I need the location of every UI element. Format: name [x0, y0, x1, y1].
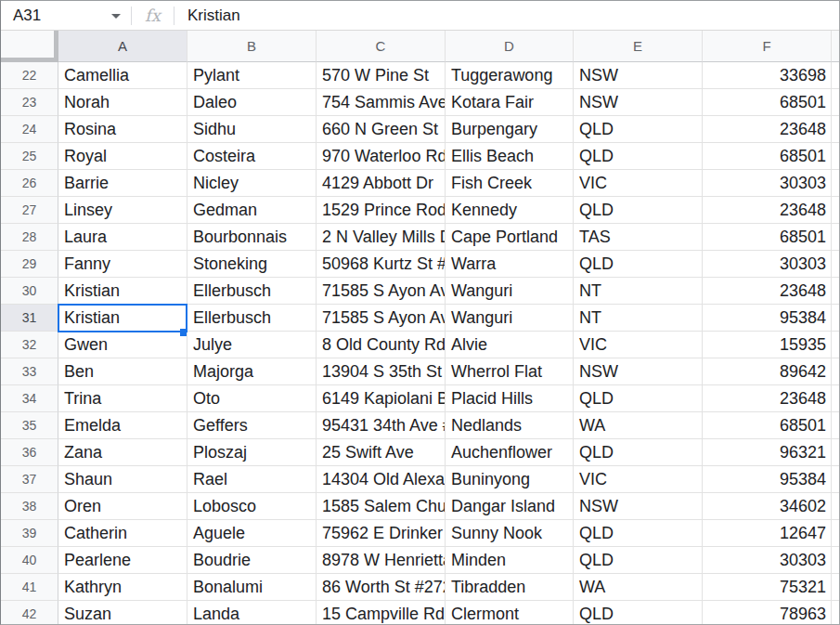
cell[interactable]: 95384	[703, 305, 832, 332]
cell[interactable]: Barrie	[58, 170, 187, 197]
row-header[interactable]: 32	[1, 332, 58, 358]
cell[interactable]: 1529 Prince Rodgers Ave	[317, 197, 446, 224]
cell[interactable]: Tuggerawong	[446, 62, 574, 89]
cell[interactable]: NT	[574, 305, 703, 332]
cell[interactable]	[832, 466, 840, 493]
cell[interactable]: NSW	[574, 358, 703, 385]
cell[interactable]: 78963	[703, 601, 832, 625]
cell[interactable]: Linsey	[58, 197, 187, 224]
cell[interactable]	[832, 116, 840, 143]
cell[interactable]: 660 N Green St	[317, 116, 446, 143]
cell[interactable]: 71585 S Ayon Ave	[317, 305, 446, 332]
cell[interactable]: 23648	[703, 385, 832, 412]
row-header[interactable]: 35	[1, 412, 58, 439]
cell[interactable]	[832, 358, 840, 385]
cell[interactable]: 89642	[703, 358, 832, 385]
cell[interactable]: Aguele	[187, 520, 317, 547]
cell[interactable]: QLD	[574, 197, 703, 224]
cell[interactable]: Cape Portland	[446, 224, 574, 251]
cell[interactable]: Warra	[446, 251, 574, 278]
cell[interactable]: VIC	[574, 170, 703, 197]
cell[interactable]: 30303	[703, 547, 832, 574]
cell[interactable]: Kennedy	[446, 197, 574, 224]
row-header[interactable]: 34	[1, 385, 58, 412]
row-header[interactable]: 24	[1, 116, 58, 143]
cell[interactable]: 25 Swift Ave	[317, 439, 446, 466]
cell[interactable]: TAS	[574, 224, 703, 251]
cell[interactable]: Suzan	[58, 601, 187, 625]
row-header[interactable]: 22	[1, 62, 58, 89]
cell[interactable]: Fish Creek	[446, 170, 574, 197]
cell[interactable]: Tibradden	[446, 574, 574, 601]
cell[interactable]: NSW	[574, 89, 703, 116]
cell[interactable]: Ellerbusch	[187, 305, 317, 332]
cell[interactable]: Lobosco	[187, 493, 317, 520]
column-header-e[interactable]: E	[574, 31, 703, 62]
cell[interactable]: Ellerbusch	[187, 278, 317, 305]
cell[interactable]: 4129 Abbott Dr	[317, 170, 446, 197]
selected-cell[interactable]: Kristian	[58, 305, 187, 332]
cell[interactable]: Pylant	[187, 62, 317, 89]
cell[interactable]: 68501	[703, 412, 832, 439]
cell[interactable]: Oren	[58, 493, 187, 520]
cell[interactable]: Laura	[58, 224, 187, 251]
cell[interactable]	[832, 278, 840, 305]
cell[interactable]: 6149 Kapiolani Blvd	[317, 385, 446, 412]
cell[interactable]: 23648	[703, 197, 832, 224]
fill-handle[interactable]	[180, 329, 187, 336]
cell[interactable]	[832, 547, 840, 574]
cell[interactable]: Boudrie	[187, 547, 317, 574]
cell[interactable]	[832, 170, 840, 197]
row-header[interactable]: 39	[1, 520, 58, 547]
cell[interactable]: 68501	[703, 143, 832, 170]
cell[interactable]: Geffers	[187, 412, 317, 439]
cell[interactable]: Dangar Island	[446, 493, 574, 520]
cell[interactable]: Ellis Beach	[446, 143, 574, 170]
cell[interactable]	[832, 332, 840, 358]
cell[interactable]	[832, 601, 840, 625]
cell[interactable]: 754 Sammis Ave	[317, 89, 446, 116]
cell[interactable]: Gedman	[187, 197, 317, 224]
cell[interactable]: Camellia	[58, 62, 187, 89]
column-header-c[interactable]: C	[317, 31, 446, 62]
cell[interactable]	[832, 305, 840, 332]
row-header[interactable]: 28	[1, 224, 58, 251]
cell[interactable]: Wherrol Flat	[446, 358, 574, 385]
cell[interactable]: Sidhu	[187, 116, 317, 143]
cell[interactable]: 71585 S Ayon Ave	[317, 278, 446, 305]
cell[interactable]: Stoneking	[187, 251, 317, 278]
cell[interactable]: Bourbonnais	[187, 224, 317, 251]
cell[interactable]	[832, 197, 840, 224]
cell[interactable]: 8978 W Henrietta Ave	[317, 547, 446, 574]
cell[interactable]	[832, 574, 840, 601]
row-header[interactable]: 37	[1, 466, 58, 493]
cell[interactable]	[832, 520, 840, 547]
cell[interactable]: Emelda	[58, 412, 187, 439]
row-header[interactable]: 33	[1, 358, 58, 385]
cell[interactable]	[832, 224, 840, 251]
cell[interactable]: VIC	[574, 466, 703, 493]
row-header[interactable]: 42	[1, 601, 58, 625]
cell[interactable]: Kathryn	[58, 574, 187, 601]
cell[interactable]: Kristian	[58, 278, 187, 305]
cell[interactable]: Costeira	[187, 143, 317, 170]
cell[interactable]: 34602	[703, 493, 832, 520]
cell[interactable]: Trina	[58, 385, 187, 412]
select-all-corner[interactable]	[1, 31, 58, 62]
row-header[interactable]: 40	[1, 547, 58, 574]
cell[interactable]: Alvie	[446, 332, 574, 358]
chevron-down-icon[interactable]	[111, 14, 121, 19]
cell[interactable]: 13904 S 35th St	[317, 358, 446, 385]
cell[interactable]: Wanguri	[446, 305, 574, 332]
cell[interactable]: Oto	[187, 385, 317, 412]
cell[interactable]: Nedlands	[446, 412, 574, 439]
cell[interactable]: Burpengary	[446, 116, 574, 143]
row-header[interactable]: 41	[1, 574, 58, 601]
cell[interactable]: QLD	[574, 439, 703, 466]
cell[interactable]: Landa	[187, 601, 317, 625]
cell[interactable]: Ploszaj	[187, 439, 317, 466]
cell[interactable]: NSW	[574, 493, 703, 520]
cell[interactable]	[832, 493, 840, 520]
cell[interactable]: NT	[574, 278, 703, 305]
cell[interactable]: 23648	[703, 116, 832, 143]
